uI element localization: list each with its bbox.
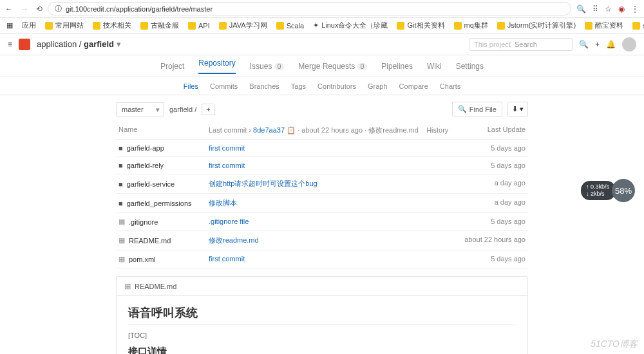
file-name: pom.xml [129, 256, 156, 263]
reload-icon[interactable]: ⟲ [36, 5, 43, 14]
subtab-files[interactable]: Files [184, 82, 198, 90]
tab-settings[interactable]: Settings [456, 62, 484, 71]
gitlab-logo-icon[interactable] [19, 39, 30, 50]
bookmark-item[interactable]: mq集群 [454, 21, 488, 30]
branch-selector[interactable]: master [116, 102, 164, 116]
commit-message[interactable]: 创建http请求超时时可设置这个bug [209, 179, 461, 189]
watermark: 51CTO博客 [591, 339, 638, 350]
file-icon: ▦ [118, 218, 125, 226]
table-row[interactable]: ▦pom.xmlfirst commit5 days ago [116, 250, 528, 268]
history-link[interactable]: History [426, 126, 448, 134]
bookmark-item[interactable]: JAVA学习网 [219, 21, 267, 30]
search-icon[interactable]: 🔍 [576, 5, 586, 14]
bookmarks-bar: ▦ 应用 常用网站 技术相关 古融金服 API JAVA学习网 Scala ✦L… [0, 18, 644, 33]
file-list: ■garfield-appfirst commit5 days ago■garf… [116, 140, 528, 268]
translate-icon[interactable]: ⠿ [592, 5, 598, 14]
bookmark-item[interactable]: 技术相关 [93, 21, 131, 30]
breadcrumb[interactable]: application / garfield ▾ [37, 39, 121, 49]
readme-filename: README.md [135, 283, 176, 290]
tab-merge-requests[interactable]: Merge Requests 0 [298, 62, 367, 71]
readme-panel: ▦ README.md 语音呼叫系统 [TOC] 接口详情 拨打电话 Strin… [116, 276, 528, 354]
apps-icon[interactable]: ▦ [6, 21, 13, 30]
project-header: ≡ application / garfield ▾ This project … [0, 33, 644, 55]
back-icon[interactable]: ← [5, 5, 13, 14]
table-row[interactable]: ■garfield-relyfirst commit5 days ago [116, 157, 528, 174]
file-name: garfield-rely [127, 162, 164, 169]
subtab-compare[interactable]: Compare [399, 82, 428, 90]
file-toolbar: master garfield / + 🔍Find File ⬇ ▾ [116, 102, 528, 116]
path-breadcrumb[interactable]: garfield / [169, 106, 196, 113]
bookmark-item[interactable]: ✦Linux命令大全（珍藏 [313, 21, 388, 30]
folder-icon: ■ [118, 162, 123, 169]
bookmark-item[interactable]: Git相关资料 [397, 21, 444, 30]
subtab-commits[interactable]: Commits [210, 82, 238, 90]
bookmark-item[interactable]: Scala [276, 22, 305, 30]
find-file-button[interactable]: 🔍Find File [452, 102, 502, 116]
file-name: garfield-app [127, 144, 164, 152]
menu-icon[interactable]: ⋮ [631, 5, 639, 14]
col-last-update: Last Update [461, 126, 526, 135]
file-table-header: Name Last commit › 8de7aa37 📋 · about 22… [116, 122, 528, 140]
clipboard-icon[interactable]: 📋 [287, 126, 296, 134]
tab-repository[interactable]: Repository [198, 59, 235, 74]
file-name: .gitignore [129, 218, 158, 226]
folder-icon: ■ [118, 200, 123, 207]
project-tabs: Project Repository Issues 0 Merge Reques… [0, 55, 644, 77]
project-search[interactable]: This project Search [469, 38, 573, 51]
bookmark-item[interactable]: Jstorm(实时计算引擎) [497, 21, 576, 30]
tab-issues[interactable]: Issues 0 [250, 62, 285, 71]
url-text: git.100credit.cn/application/garfield/tr… [66, 5, 213, 13]
table-row[interactable]: ■garfield-appfirst commit5 days ago [116, 140, 528, 157]
commit-message[interactable]: first commit [209, 255, 461, 263]
col-name: Name [118, 126, 209, 135]
hamburger-icon[interactable]: ≡ [8, 40, 12, 49]
bookmark-item[interactable]: 常用网站 [45, 21, 84, 30]
add-file-button[interactable]: + [202, 104, 214, 115]
bookmark-item[interactable]: API [188, 22, 210, 30]
tab-project[interactable]: Project [160, 62, 184, 71]
col-last-commit: Last commit › 8de7aa37 📋 · about 22 hour… [209, 126, 461, 135]
download-button[interactable]: ⬇ ▾ [507, 102, 528, 116]
file-date: 5 days ago [461, 255, 526, 263]
readme-header: ▦ README.md [117, 277, 527, 296]
tab-wiki[interactable]: Wiki [427, 62, 442, 71]
subtab-graph[interactable]: Graph [368, 82, 388, 90]
folder-icon: ■ [118, 144, 123, 152]
file-name: garfield-service [127, 180, 175, 188]
table-row[interactable]: ▦README.md修改readme.mdabout 22 hours ago [116, 231, 528, 250]
avatar[interactable] [622, 37, 636, 51]
info-icon: ⓘ [55, 4, 62, 14]
star-icon[interactable]: ☆ [605, 5, 612, 14]
file-name: README.md [129, 237, 171, 245]
commit-message[interactable]: .gitignore file [209, 218, 461, 226]
bookmark-item[interactable]: shell [632, 22, 644, 30]
subtab-contributors[interactable]: Contributors [317, 82, 356, 90]
bookmark-item[interactable]: 应用 [22, 21, 36, 30]
table-row[interactable]: ▦.gitignore.gitignore file5 days ago [116, 213, 528, 231]
file-date: a day ago [461, 179, 526, 189]
commit-message[interactable]: 修改脚本 [209, 198, 461, 208]
repo-sub-tabs: Files Commits Branches Tags Contributors… [0, 77, 644, 95]
notifications-icon[interactable]: 🔔 [606, 40, 616, 49]
bookmark-item[interactable]: 酷宝资料 [585, 21, 623, 30]
commit-message[interactable]: first commit [209, 162, 461, 169]
subtab-tags[interactable]: Tags [291, 82, 306, 90]
commit-hash-link[interactable]: 8de7aa37 [253, 126, 285, 134]
subtab-branches[interactable]: Branches [249, 82, 279, 90]
ext-icon[interactable]: ◉ [618, 5, 625, 14]
bookmark-item[interactable]: 古融金服 [140, 21, 179, 30]
commit-message[interactable]: 修改readme.md [209, 236, 461, 245]
readme-h1: 语音呼叫系统 [128, 305, 516, 325]
plus-icon[interactable]: + [595, 40, 600, 49]
table-row[interactable]: ■garfield_permissions修改脚本a day ago [116, 194, 528, 213]
tab-pipelines[interactable]: Pipelines [381, 62, 413, 71]
file-icon: ▦ [118, 236, 125, 245]
address-bar[interactable]: ⓘ git.100credit.cn/application/garfield/… [48, 2, 571, 15]
browser-toolbar: ← → ⟲ ⓘ git.100credit.cn/application/gar… [0, 0, 644, 18]
readme-h2-api: 接口详情 [128, 346, 516, 354]
search-icon[interactable]: 🔍 [579, 40, 589, 49]
forward-icon[interactable]: → [21, 5, 28, 14]
subtab-charts[interactable]: Charts [440, 82, 460, 90]
commit-message[interactable]: first commit [209, 144, 461, 152]
table-row[interactable]: ■garfield-service创建http请求超时时可设置这个buga da… [116, 174, 528, 194]
